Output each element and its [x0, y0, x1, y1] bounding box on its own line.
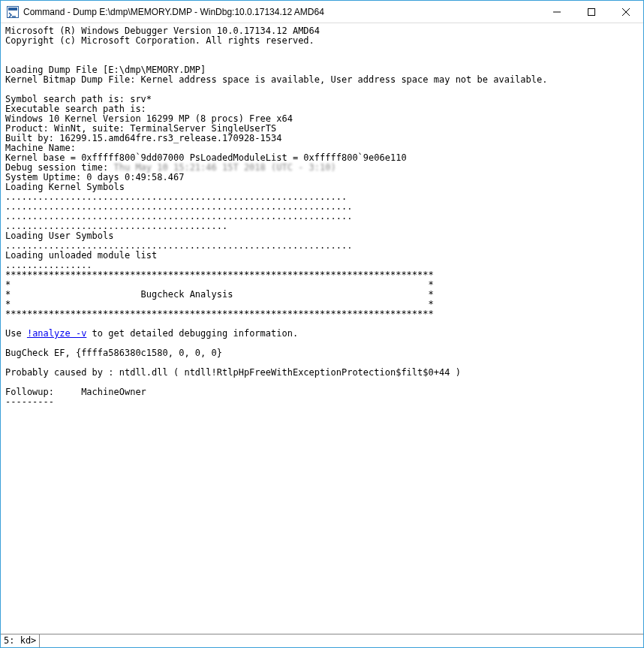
- minimize-button[interactable]: [540, 1, 574, 23]
- prompt-label: 5: kd>: [1, 634, 40, 647]
- command-input[interactable]: [40, 634, 643, 647]
- app-icon: [7, 6, 19, 18]
- window-title: Command - Dump E:\dmp\MEMORY.DMP - WinDb…: [23, 7, 540, 17]
- client-area: Microsoft (R) Windows Debugger Version 1…: [1, 23, 643, 647]
- prompt-bar: 5: kd>: [1, 634, 643, 647]
- output-pane[interactable]: Microsoft (R) Windows Debugger Version 1…: [1, 23, 643, 634]
- command-window: Command - Dump E:\dmp\MEMORY.DMP - WinDb…: [0, 0, 644, 648]
- titlebar[interactable]: Command - Dump E:\dmp\MEMORY.DMP - WinDb…: [1, 1, 643, 23]
- output-text: Microsoft (R) Windows Debugger Version 1…: [1, 23, 643, 420]
- maximize-icon: [588, 8, 595, 16]
- window-controls: [540, 1, 643, 23]
- svg-rect-1: [8, 8, 17, 11]
- close-button[interactable]: [609, 1, 643, 23]
- maximize-button[interactable]: [574, 1, 609, 23]
- svg-rect-4: [588, 8, 595, 15]
- analyze-link[interactable]: !analyze -v: [27, 328, 86, 339]
- minimize-icon: [553, 8, 561, 16]
- close-icon: [622, 8, 630, 16]
